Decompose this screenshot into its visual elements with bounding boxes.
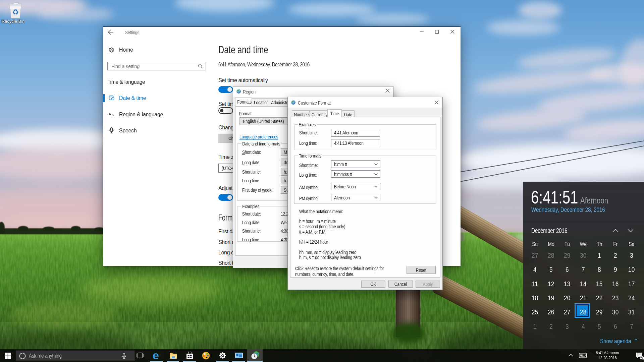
svg-text:A: A <box>109 112 111 116</box>
svg-text:♻: ♻ <box>12 8 19 16</box>
